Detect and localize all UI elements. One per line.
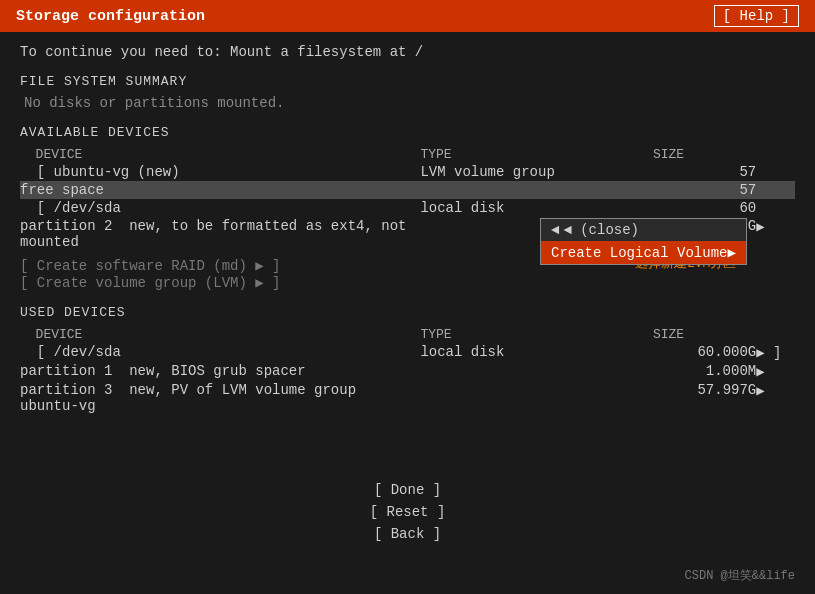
used-partition1-type xyxy=(420,362,653,381)
device-sda: [ /dev/sda xyxy=(20,199,420,217)
used-partition1-size: 1.000M xyxy=(653,362,756,381)
table-row-sda[interactable]: [ /dev/sda local disk 60 xyxy=(20,199,795,217)
used-partition1: partition 1 new, BIOS grub spacer xyxy=(20,362,420,381)
used-col-header-type: TYPE xyxy=(420,326,653,343)
available-devices-header: AVAILABLE DEVICES xyxy=(20,125,795,140)
used-partition3-type xyxy=(420,381,653,415)
create-logical-volume-label: Create Logical Volume xyxy=(551,245,727,261)
dropdown-close-item[interactable]: ◄ ◄ (close) xyxy=(541,219,746,241)
watermark: CSDN @坦笑&&life xyxy=(685,567,795,584)
device-free-space: free space xyxy=(20,181,420,199)
device-ubuntu-vg: [ ubuntu-vg (new) xyxy=(20,163,420,181)
used-devices-section: USED DEVICES DEVICE TYPE SIZE [ /dev/sda… xyxy=(20,305,795,415)
dropdown-popup: ◄ ◄ (close) Create Logical Volume ▶ xyxy=(540,218,747,265)
used-devices-columns: DEVICE TYPE SIZE xyxy=(20,326,795,343)
used-col-header-size: SIZE xyxy=(653,326,756,343)
dropdown-create-logical-volume[interactable]: Create Logical Volume ▶ xyxy=(541,241,746,264)
used-device-sda-size: 60.000G xyxy=(653,343,756,362)
device-free-space-size: 57 xyxy=(653,181,756,199)
col-header-size: SIZE xyxy=(653,146,756,163)
table-row[interactable]: partition 1 new, BIOS grub spacer 1.000M… xyxy=(20,362,795,381)
table-row[interactable]: [ ubuntu-vg (new) LVM volume group 57 xyxy=(20,163,795,181)
title-bar: Storage configuration [ Help ] xyxy=(0,0,815,32)
used-partition1-arrow: ▶ xyxy=(756,362,795,381)
no-disks-message: No disks or partitions mounted. xyxy=(24,95,795,111)
col-header-type: TYPE xyxy=(420,146,653,163)
col-header-device: DEVICE xyxy=(20,146,420,163)
device-ubuntu-vg-size: 57 xyxy=(653,163,756,181)
device-partition2: partition 2 new, to be formatted as ext4… xyxy=(20,217,420,251)
create-volume-group[interactable]: [ Create volume group (LVM) ▶ ] xyxy=(20,274,795,291)
device-sda-size: 60 xyxy=(653,199,756,217)
info-text: To continue you need to: Mount a filesys… xyxy=(20,44,423,60)
device-free-space-type xyxy=(420,181,653,199)
table-row[interactable]: partition 3 new, PV of LVM volume group … xyxy=(20,381,795,415)
used-partition3-arrow: ▶ xyxy=(756,381,795,415)
table-row[interactable]: [ /dev/sda local disk 60.000G ▶ ] xyxy=(20,343,795,362)
table-row-free-space[interactable]: free space 57 xyxy=(20,181,795,199)
back-button[interactable]: [ Back ] xyxy=(348,524,468,544)
done-button[interactable]: [ Done ] xyxy=(348,480,468,500)
used-sda-arrow: ▶ ] xyxy=(756,343,795,362)
used-device-sda-type: local disk xyxy=(420,343,653,362)
file-system-summary-header: FILE SYSTEM SUMMARY xyxy=(20,74,795,89)
dropdown-close-arrow-icon: ◄ xyxy=(551,222,559,238)
bottom-buttons: [ Done ] [ Reset ] [ Back ] xyxy=(0,480,815,544)
used-device-sda: [ /dev/sda xyxy=(20,343,420,362)
help-button[interactable]: [ Help ] xyxy=(714,5,799,27)
device-ubuntu-vg-type: LVM volume group xyxy=(420,163,653,181)
used-col-header-device: DEVICE xyxy=(20,326,420,343)
available-devices-columns: DEVICE TYPE SIZE xyxy=(20,146,795,163)
window-title: Storage configuration xyxy=(16,8,205,25)
reset-button[interactable]: [ Reset ] xyxy=(348,502,468,522)
info-message: To continue you need to: Mount a filesys… xyxy=(20,44,795,60)
partition2-arrow: ▶ xyxy=(756,217,795,251)
used-partition3: partition 3 new, PV of LVM volume group … xyxy=(20,381,420,415)
used-partition3-size: 57.997G xyxy=(653,381,756,415)
used-devices-table: DEVICE TYPE SIZE [ /dev/sda local disk 6… xyxy=(20,326,795,415)
device-sda-type: local disk xyxy=(420,199,653,217)
create-logical-volume-arrow-icon: ▶ xyxy=(727,244,735,261)
used-devices-header: USED DEVICES xyxy=(20,305,795,320)
dropdown-close-label: ◄ (close) xyxy=(563,222,639,238)
